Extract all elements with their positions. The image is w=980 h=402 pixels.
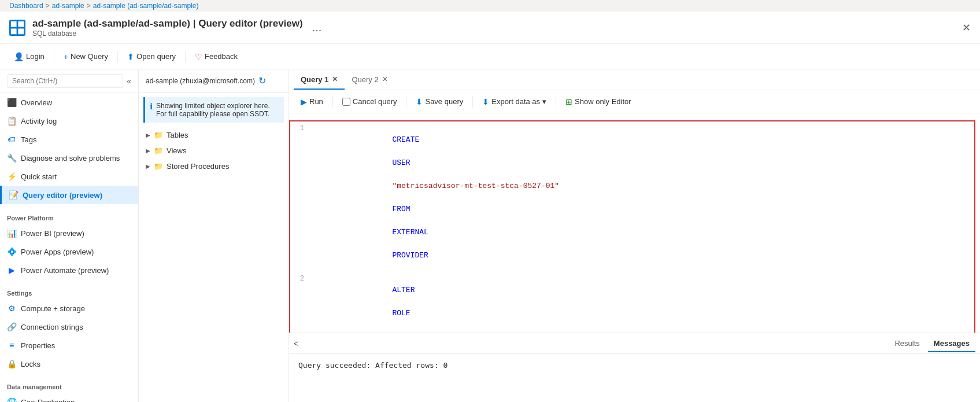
code-content-1: CREATE USER "metricsadvisor-mt-test-stca… bbox=[311, 123, 974, 273]
settings-label: Settings bbox=[0, 284, 138, 299]
main-container: Dashboard > ad-sample > ad-sample (ad-sa… bbox=[0, 0, 980, 402]
sidebar-item-activity-log[interactable]: 📋 Activity log bbox=[0, 112, 138, 130]
geo-icon: 🌐 bbox=[7, 397, 16, 402]
expand-arrow-views: ▶ bbox=[146, 147, 150, 154]
tree-item-stored-procedures[interactable]: ▶ 📁 Stored Procedures bbox=[139, 158, 289, 174]
sidebar-item-locks[interactable]: 🔒 Locks bbox=[0, 355, 138, 373]
page-subtitle: SQL database bbox=[32, 29, 303, 38]
sidebar-item-tags[interactable]: 🏷 Tags bbox=[0, 130, 138, 149]
data-management-label: Data management bbox=[0, 378, 138, 393]
tags-icon: 🏷 bbox=[7, 135, 16, 144]
folder-icon: 📁 bbox=[154, 131, 163, 139]
breadcrumb-sep2: > bbox=[87, 2, 91, 10]
search-input[interactable] bbox=[7, 74, 123, 88]
sidebar-item-quick-start[interactable]: ⚡ Quick start bbox=[0, 167, 138, 186]
line-number-1: 1 bbox=[290, 123, 311, 134]
sidebar-item-overview[interactable]: ⬛ Overview bbox=[0, 93, 138, 112]
sidebar-item-power-bi[interactable]: 📊 Power BI (preview) bbox=[0, 224, 138, 242]
folder-icon-sp: 📁 bbox=[154, 162, 163, 171]
workspace: ad-sample (zhuxia@microsoft.com) ↻ ℹ Sho… bbox=[139, 69, 980, 402]
sidebar-item-properties[interactable]: ≡ Properties bbox=[0, 336, 138, 355]
feedback-button[interactable]: ♡ Feedback bbox=[190, 50, 242, 64]
login-button[interactable]: 👤 Login bbox=[9, 50, 49, 64]
run-icon: ▶ bbox=[301, 97, 307, 106]
results-tabs: < Results Messages bbox=[289, 333, 980, 354]
expand-arrow-sp: ▶ bbox=[146, 163, 150, 169]
toolbar-separator-2 bbox=[117, 51, 118, 62]
tab-query2[interactable]: Query 2 ✕ bbox=[345, 71, 394, 90]
content-area: « ⬛ Overview 📋 Activity log 🏷 Tags 🔧 Dia… bbox=[0, 69, 980, 402]
breadcrumb-full[interactable]: ad-sample (ad-sample/ad-sample) bbox=[93, 2, 199, 10]
results-body: Query succeeded: Affected rows: 0 bbox=[289, 354, 980, 377]
editor-toolbar: ▶ Run Cancel query ⬇ Save query bbox=[289, 90, 980, 113]
breadcrumb: Dashboard > ad-sample > ad-sample (ad-sa… bbox=[0, 0, 980, 12]
connection-label: ad-sample (zhuxia@microsoft.com) bbox=[146, 77, 255, 85]
activity-icon: 📋 bbox=[7, 116, 16, 126]
save-icon: ⬇ bbox=[416, 97, 423, 106]
show-editor-button[interactable]: ⊞ Show only Editor bbox=[561, 95, 636, 109]
tree-item-views[interactable]: ▶ 📁 Views bbox=[139, 143, 289, 158]
editor-area: Query 1 ✕ Query 2 ✕ ▶ Run bbox=[289, 69, 980, 402]
editor-sep-1 bbox=[332, 96, 333, 108]
results-collapse-button[interactable]: < bbox=[294, 339, 298, 348]
close-button[interactable]: ✕ bbox=[962, 21, 971, 34]
quickstart-icon: ⚡ bbox=[7, 172, 16, 181]
tree-item-tables[interactable]: ▶ 📁 Tables bbox=[139, 127, 289, 143]
editor-content: 1 CREATE USER "metricsadvisor-mt-test-st… bbox=[289, 113, 980, 402]
app-logo bbox=[9, 20, 25, 36]
query-editor-icon: 📝 bbox=[9, 190, 18, 200]
header-more-button[interactable]: ... bbox=[312, 21, 322, 34]
export-data-button[interactable]: ⬇ Export data as ▾ bbox=[478, 95, 551, 109]
svg-rect-1 bbox=[18, 21, 24, 27]
heart-icon: ♡ bbox=[195, 52, 202, 61]
export-icon: ⬇ bbox=[482, 97, 489, 106]
code-area[interactable]: 1 CREATE USER "metricsadvisor-mt-test-st… bbox=[289, 113, 980, 333]
chevron-down-icon: ▾ bbox=[542, 97, 546, 106]
run-button[interactable]: ▶ Run bbox=[296, 95, 328, 109]
folder-icon-views: 📁 bbox=[154, 146, 163, 155]
explorer-header: ad-sample (zhuxia@microsoft.com) ↻ bbox=[139, 69, 289, 93]
toolbar-separator bbox=[54, 51, 54, 62]
open-query-button[interactable]: ⬆ Open query bbox=[123, 50, 180, 64]
refresh-icon[interactable]: ↻ bbox=[258, 75, 266, 86]
editor-sep-3 bbox=[472, 96, 473, 108]
tab-query2-close[interactable]: ✕ bbox=[382, 75, 388, 83]
sidebar-item-compute-storage[interactable]: ⚙ Compute + storage bbox=[0, 299, 138, 318]
breadcrumb-ad-sample[interactable]: ad-sample bbox=[52, 2, 84, 10]
power-platform-label: Power Platform bbox=[0, 209, 138, 224]
cancel-checkbox[interactable] bbox=[342, 98, 350, 106]
cancel-query-button[interactable]: Cancel query bbox=[338, 95, 402, 108]
new-query-button[interactable]: + New Query bbox=[59, 50, 113, 64]
tab-messages[interactable]: Messages bbox=[928, 335, 975, 352]
sidebar-item-power-apps[interactable]: 💠 Power Apps (preview) bbox=[0, 242, 138, 261]
info-box: ℹ Showing limited object explorer here. … bbox=[143, 97, 284, 123]
tab-query1-close[interactable]: ✕ bbox=[332, 75, 338, 83]
properties-icon: ≡ bbox=[7, 341, 16, 350]
save-query-button[interactable]: ⬇ Save query bbox=[411, 95, 468, 109]
tab-results[interactable]: Results bbox=[889, 335, 925, 352]
main-toolbar: 👤 Login + New Query ⬆ Open query ♡ Feedb… bbox=[0, 44, 980, 69]
editor-sep-4 bbox=[556, 96, 556, 108]
svg-rect-0 bbox=[11, 21, 17, 27]
results-panel: < Results Messages Query succeeded: Affe… bbox=[289, 333, 980, 402]
page-title: ad-sample (ad-sample/ad-sample) | Query … bbox=[32, 18, 303, 29]
sidebar-item-power-automate[interactable]: ▶ Power Automate (preview) bbox=[0, 261, 138, 279]
success-message: Query succeeded: Affected rows: 0 bbox=[298, 361, 448, 370]
sidebar-item-diagnose[interactable]: 🔧 Diagnose and solve problems bbox=[0, 149, 138, 167]
toolbar-separator-3 bbox=[185, 51, 186, 62]
sidebar-item-query-editor[interactable]: 📝 Query editor (preview) bbox=[0, 186, 138, 204]
tab-query1[interactable]: Query 1 ✕ bbox=[294, 71, 345, 90]
sidebar-item-geo-replication[interactable]: 🌐 Geo-Replication bbox=[0, 393, 138, 402]
svg-rect-3 bbox=[18, 28, 24, 34]
sidebar-search-container: « bbox=[0, 69, 138, 93]
grid-icon: ⊞ bbox=[565, 97, 572, 106]
code-content-2: ALTER ROLE db_datareader ADD MEMBER bbox=[311, 273, 974, 333]
upload-icon: ⬆ bbox=[127, 52, 134, 61]
person-icon: 👤 bbox=[14, 52, 24, 61]
diagnose-icon: 🔧 bbox=[7, 153, 16, 163]
breadcrumb-dashboard[interactable]: Dashboard bbox=[9, 2, 43, 10]
query-tabs: Query 1 ✕ Query 2 ✕ bbox=[289, 69, 980, 90]
sidebar-collapse-button[interactable]: « bbox=[127, 76, 131, 86]
locks-icon: 🔒 bbox=[7, 359, 16, 368]
sidebar-item-connection-strings[interactable]: 🔗 Connection strings bbox=[0, 318, 138, 336]
